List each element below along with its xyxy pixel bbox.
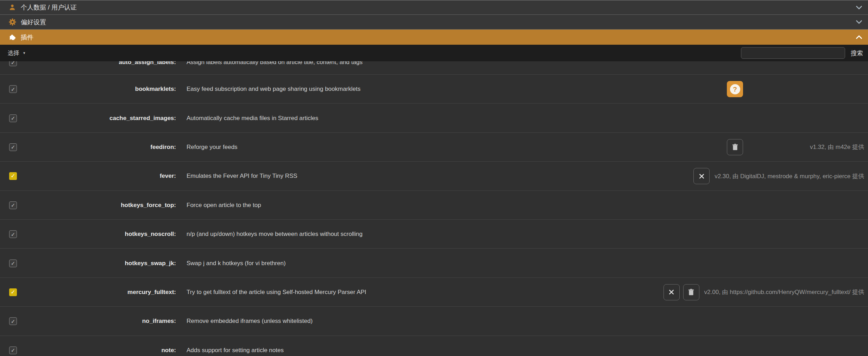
plugin-description: Swap j and k hotkeys (for vi brethren) bbox=[187, 260, 286, 267]
plugin-version: v2.00, 由 https://github.com/HenryQW/merc… bbox=[704, 288, 864, 296]
question-icon: ? bbox=[730, 84, 740, 94]
plugin-actions: ? bbox=[727, 81, 743, 97]
checkmark-icon: ✓ bbox=[11, 319, 15, 324]
checkmark-icon: ✓ bbox=[11, 115, 15, 121]
plugin-version: v1.32, 由 m42e 提供 bbox=[748, 143, 864, 151]
plugin-checkbox[interactable]: ✓ bbox=[9, 143, 17, 151]
plugin-actions bbox=[727, 139, 743, 155]
section-title: 偏好设置 bbox=[21, 18, 46, 26]
plugin-checkbox[interactable]: ✓ bbox=[9, 346, 17, 354]
plugin-name: feediron: bbox=[17, 144, 176, 151]
section-preferences[interactable]: 偏好设置 bbox=[0, 15, 868, 30]
checkmark-icon: ✓ bbox=[11, 289, 15, 295]
plugin-checkbox[interactable]: ✓ bbox=[9, 201, 17, 209]
plugin-name: cache_starred_images: bbox=[17, 115, 176, 122]
plugin-description: Adds support for setting article notes bbox=[187, 347, 284, 354]
chevron-down-icon[interactable] bbox=[856, 5, 862, 10]
plugin-row: ✓ hotkeys_force_top: Force open article … bbox=[0, 191, 868, 220]
gear-icon bbox=[8, 18, 16, 26]
plugin-row-inner: ✓ auto_assign_labels: Assign labels auto… bbox=[0, 61, 868, 75]
plugin-row: ✓ hotkeys_swap_jk: Swap j and k hotkeys … bbox=[0, 249, 868, 277]
plugin-name: auto_assign_labels: bbox=[17, 61, 176, 66]
preferences-window: 个人数据 / 用户认证 偏好设置 bbox=[0, 0, 868, 356]
plugin-checkbox[interactable]: ✓ bbox=[9, 317, 17, 325]
trash-button[interactable] bbox=[683, 284, 699, 300]
plugin-row: ✓ hotkeys_noscroll: n/p (and up/down) ho… bbox=[0, 220, 868, 249]
checkmark-icon: ✓ bbox=[11, 173, 15, 179]
select-dropdown-label: 选择 bbox=[8, 49, 19, 57]
chevron-up-icon[interactable] bbox=[856, 35, 862, 39]
plugin-row: ✓ mercury_fulltext: Try to get fulltext … bbox=[0, 278, 868, 307]
plugin-description: Emulates the Fever API for Tiny Tiny RSS bbox=[187, 173, 297, 180]
close-icon bbox=[699, 174, 704, 179]
plugin-row-inner: ✓ feediron: Reforge your feeds v1.32, 由 … bbox=[0, 133, 868, 162]
plugin-description: Automatically cache media files in Starr… bbox=[187, 115, 318, 122]
plugins-toolbar: 选择 ▾ 搜索 bbox=[0, 45, 868, 61]
plugin-name: bookmarklets: bbox=[17, 86, 176, 93]
plugin-row-inner: ✓ hotkeys_noscroll: n/p (and up/down) ho… bbox=[0, 220, 868, 249]
plugin-row-inner: ✓ fever: Emulates the Fever API for Tiny… bbox=[0, 162, 868, 191]
close-button[interactable] bbox=[663, 284, 680, 300]
checkmark-icon: ✓ bbox=[11, 87, 15, 92]
plugin-name: fever: bbox=[17, 173, 176, 180]
checkmark-icon: ✓ bbox=[11, 144, 15, 150]
plugin-description: Remove embedded iframes (unless whitelis… bbox=[187, 318, 313, 325]
section-title: 个人数据 / 用户认证 bbox=[21, 3, 77, 12]
search-input[interactable] bbox=[741, 47, 845, 59]
puzzle-icon bbox=[8, 33, 16, 41]
plugin-name: hotkeys_noscroll: bbox=[17, 231, 176, 238]
help-button[interactable]: ? bbox=[727, 81, 743, 97]
plugin-row: ✓ feediron: Reforge your feeds v1.32, 由 … bbox=[0, 133, 868, 162]
plugin-name: note: bbox=[17, 347, 176, 354]
plugin-checkbox[interactable]: ✓ bbox=[9, 61, 17, 66]
plugin-description: Force open article to the top bbox=[187, 202, 261, 209]
plugin-row: ✓ cache_starred_images: Automatically ca… bbox=[0, 104, 868, 132]
plugin-row-inner: ✓ hotkeys_swap_jk: Swap j and k hotkeys … bbox=[0, 249, 868, 277]
plugin-row-inner: ✓ bookmarklets: Easy feed subscription a… bbox=[0, 75, 868, 104]
user-icon bbox=[8, 4, 16, 11]
plugin-name: hotkeys_swap_jk: bbox=[17, 260, 176, 267]
plugin-row-inner: ✓ hotkeys_force_top: Force open article … bbox=[0, 191, 868, 220]
plugin-version: v2.30, 由 DigitalDJ, mestrode & murphy, e… bbox=[715, 172, 864, 180]
plugin-checkbox[interactable]: ✓ bbox=[9, 288, 17, 296]
close-icon bbox=[669, 289, 674, 295]
plugin-row-inner: ✓ cache_starred_images: Automatically ca… bbox=[0, 104, 868, 132]
trash-icon bbox=[688, 289, 694, 295]
plugin-row-inner: ✓ no_iframes: Remove embedded iframes (u… bbox=[0, 307, 868, 336]
plugin-name: no_iframes: bbox=[17, 318, 176, 325]
plugins-list: ✓ auto_assign_labels: Assign labels auto… bbox=[0, 61, 868, 356]
select-dropdown[interactable]: 选择 ▾ bbox=[8, 49, 25, 57]
plugin-actions bbox=[663, 284, 699, 300]
plugin-description: Try to get fulltext of the article using… bbox=[187, 289, 366, 296]
chevron-down-icon[interactable] bbox=[856, 20, 862, 24]
trash-button[interactable] bbox=[727, 139, 743, 155]
section-plugins[interactable]: 插件 bbox=[0, 30, 868, 45]
checkmark-icon: ✓ bbox=[11, 348, 15, 353]
plugin-name: hotkeys_force_top: bbox=[17, 202, 176, 209]
plugin-checkbox[interactable]: ✓ bbox=[9, 85, 17, 93]
plugin-row: ✓ auto_assign_labels: Assign labels auto… bbox=[0, 61, 868, 75]
caret-down-icon: ▾ bbox=[23, 51, 25, 55]
checkmark-icon: ✓ bbox=[11, 61, 15, 65]
plugin-checkbox[interactable]: ✓ bbox=[9, 230, 17, 238]
plugin-actions bbox=[693, 168, 710, 184]
plugin-checkbox[interactable]: ✓ bbox=[9, 260, 17, 267]
checkmark-icon: ✓ bbox=[11, 232, 15, 237]
plugin-checkbox[interactable]: ✓ bbox=[9, 114, 17, 122]
plugin-description: Reforge your feeds bbox=[187, 144, 238, 151]
plugin-row-inner: ✓ note: Adds support for setting article… bbox=[0, 336, 868, 356]
plugin-row-inner: ✓ mercury_fulltext: Try to get fulltext … bbox=[0, 278, 868, 307]
search-button[interactable]: 搜索 bbox=[851, 49, 863, 57]
plugin-description: Easy feed subscription and web page shar… bbox=[187, 86, 360, 93]
plugin-row: ✓ bookmarklets: Easy feed subscription a… bbox=[0, 75, 868, 104]
trash-icon bbox=[732, 144, 738, 150]
plugin-name: mercury_fulltext: bbox=[17, 289, 176, 296]
section-personal-data[interactable]: 个人数据 / 用户认证 bbox=[0, 0, 868, 15]
close-button[interactable] bbox=[693, 168, 710, 184]
section-title: 插件 bbox=[21, 33, 33, 42]
plugin-row: ✓ note: Adds support for setting article… bbox=[0, 336, 868, 356]
plugin-description: Assign labels automatically based on art… bbox=[187, 61, 363, 66]
plugin-checkbox[interactable]: ✓ bbox=[9, 172, 17, 180]
plugin-description: n/p (and up/down) hotkeys move between a… bbox=[187, 231, 363, 238]
plugin-row: ✓ fever: Emulates the Fever API for Tiny… bbox=[0, 162, 868, 191]
